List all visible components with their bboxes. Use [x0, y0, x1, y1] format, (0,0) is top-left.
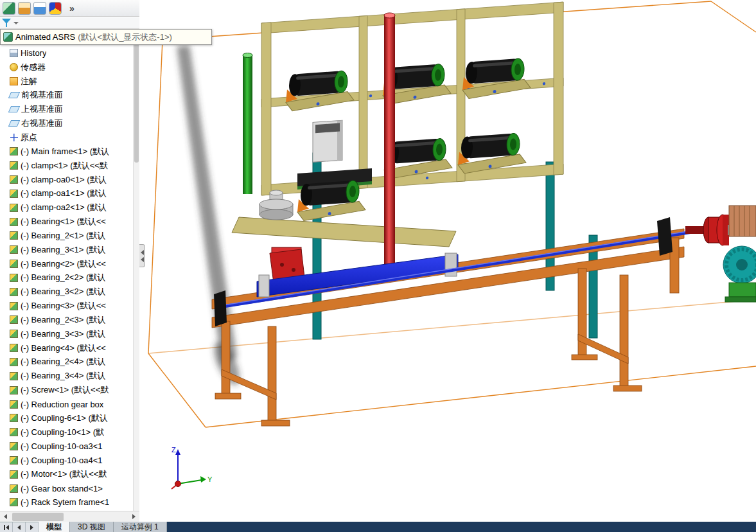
filter-funnel-icon[interactable]	[2, 19, 11, 27]
pillow-block[interactable]	[214, 290, 227, 326]
scroll-track[interactable]	[11, 511, 128, 522]
tree-item-label: (-) Bearing<4> (默认<<	[21, 342, 106, 354]
tree-item[interactable]: (-) Main frame<1> (默认	[0, 145, 133, 159]
carriage-plate[interactable]	[232, 217, 456, 247]
tab-scroll-right-button[interactable]	[26, 522, 39, 532]
tree-item-label: (-) Bearing_3<4> (默认	[21, 370, 105, 382]
assembly-root-config-suffix: (默认<默认_显示状态-1>)	[78, 31, 172, 43]
tree-item[interactable]: (-) Motor<1> (默认<<默	[0, 467, 133, 481]
component-icon	[10, 288, 18, 296]
tree-item-label: (-) Bearing_3<3> (默认	[21, 328, 105, 340]
featuremanager-icon[interactable]	[3, 2, 15, 15]
tree-item[interactable]: History	[0, 46, 133, 60]
annotations-icon	[10, 77, 18, 85]
tree-item[interactable]: 前视基准面	[0, 89, 133, 103]
tree-item[interactable]: (-) Screw<1> (默认<<默	[0, 383, 133, 397]
tree-item[interactable]: (-) Bearing_2<4> (默认	[0, 355, 133, 369]
component-icon	[10, 442, 18, 450]
component-icon	[10, 344, 18, 352]
component-icon	[10, 428, 18, 436]
sensor-icon	[10, 63, 18, 71]
tab-scroll-left-button[interactable]	[13, 522, 26, 532]
reduction-gear[interactable]	[723, 246, 756, 283]
tree-item-label: 上视基准面	[21, 103, 63, 115]
component-icon	[10, 147, 18, 155]
scroll-right-button[interactable]	[128, 511, 139, 522]
tree-horizontal-scrollbar[interactable]	[0, 511, 139, 522]
tree-item[interactable]: (-) clamp-oa1<1> (默认	[0, 186, 133, 200]
component-icon	[10, 245, 18, 254]
graphics-canvas[interactable]: Z Y	[139, 0, 756, 522]
component-icon	[10, 274, 18, 282]
tree-item[interactable]: (-) Gear box stand<1>	[0, 481, 133, 495]
assembly-icon	[3, 32, 13, 42]
scroll-thumb[interactable]	[12, 513, 64, 521]
tree-item[interactable]: (-) Bearing_2<1> (默认	[0, 229, 133, 243]
tree-item[interactable]: (-) Bearing_3<2> (默认	[0, 285, 133, 299]
displaymanager-icon[interactable]	[49, 2, 62, 15]
panel-tabs-overflow-button[interactable]: »	[69, 3, 75, 13]
tree-item[interactable]: (-) Bearing_3<4> (默认	[0, 369, 133, 383]
tree-item[interactable]: 上视基准面	[0, 102, 133, 116]
roller-spool[interactable]	[297, 180, 365, 221]
tree-item[interactable]: (-) Bearing_2<3> (默认	[0, 313, 133, 327]
tree-item-label: (-) Bearing_2<3> (默认	[21, 314, 105, 326]
tree-item[interactable]: 注解	[0, 75, 133, 89]
drive-assembly[interactable]	[685, 206, 756, 302]
red-mast[interactable]	[384, 13, 395, 280]
tree-item[interactable]: (-) Bearing<2> (默认<<	[0, 257, 133, 271]
tree-item[interactable]: (-) Bearing<1> (默认<<	[0, 215, 133, 229]
tree-item[interactable]: (-) Coupling-10-oa3<1	[0, 439, 133, 454]
tree-item[interactable]: 原点	[0, 130, 133, 145]
roller-spool[interactable]	[462, 58, 531, 99]
tree-item-label: (-) clamp-oa0<1> (默认	[21, 174, 107, 186]
scroll-left-button[interactable]	[0, 511, 11, 522]
green-mast[interactable]	[243, 53, 252, 195]
tree-item[interactable]: (-) Bearing_3<1> (默认	[0, 243, 133, 257]
triad-z-label: Z	[171, 446, 176, 454]
tree-item[interactable]: (-) Rack Sytem frame<1	[0, 495, 133, 510]
component-icon	[10, 161, 18, 170]
shaft-clamp[interactable]	[657, 217, 672, 256]
tree-item-label: 右视基准面	[21, 118, 63, 129]
tab-scroll-start-button[interactable]	[0, 522, 13, 532]
motion-study-tab-bar: 模型3D 视图运动算例 1	[0, 522, 756, 532]
tree-item[interactable]: (-) Bearing_2<2> (默认	[0, 271, 133, 285]
tab-运动算例 1[interactable]: 运动算例 1	[114, 522, 167, 532]
tree-item[interactable]: 右视基准面	[0, 116, 133, 130]
collapse-arrow-icon	[141, 250, 144, 255]
tree-vertical-scrollbar[interactable]	[133, 29, 139, 511]
tree-item[interactable]: (-) clamp<1> (默认<<默	[0, 159, 133, 173]
tab-3D 视图[interactable]: 3D 视图	[70, 522, 114, 532]
tree-item[interactable]: 传感器	[0, 60, 133, 75]
tree-item-label: (-) Coupling-6<1> (默认	[21, 412, 108, 424]
tab-模型[interactable]: 模型	[39, 522, 70, 532]
storage-rack[interactable]	[261, 2, 563, 224]
configurationmanager-icon[interactable]	[33, 2, 46, 15]
panel-tab-toolbar: »	[0, 0, 139, 17]
filter-dropdown-caret-icon[interactable]	[13, 22, 19, 24]
tree-item[interactable]: (-) clamp-oa0<1> (默认	[0, 173, 133, 187]
tree-vertical-scrollbar-thumb[interactable]	[134, 34, 139, 163]
component-icon	[10, 498, 18, 506]
tree-item-label: (-) Coupling-10<1> (默	[21, 427, 104, 438]
tree-item[interactable]: (-) Coupling-6<1> (默认	[0, 411, 133, 425]
tree-item[interactable]: (-) Bearing<4> (默认<<	[0, 341, 133, 355]
storage-bin[interactable]	[313, 120, 342, 162]
gear-box-stand[interactable]	[725, 283, 756, 302]
component-icon	[10, 260, 18, 268]
assembly-root-item[interactable]: Animated ASRS (默认<默认_显示状态-1>)	[0, 29, 212, 45]
motor[interactable]	[729, 206, 756, 236]
tree-item[interactable]: (-) Bearing<3> (默认<<	[0, 299, 133, 313]
tree-item-label: (-) Coupling-10-oa4<1	[21, 456, 103, 465]
propertymanager-icon[interactable]	[18, 2, 31, 15]
tree-item[interactable]: (-) Reduction gear box	[0, 397, 133, 411]
roller-spool[interactable]	[286, 70, 354, 111]
panel-collapse-handle[interactable]	[139, 244, 145, 267]
tree-item[interactable]: (-) Bearing_3<3> (默认	[0, 327, 133, 341]
tree-item[interactable]: (-) Coupling-10<1> (默	[0, 425, 133, 439]
component-icon	[10, 190, 18, 198]
tree-item[interactable]: (-) clamp-oa2<1> (默认	[0, 200, 133, 215]
graphics-area[interactable]: Z Y	[139, 0, 756, 522]
tree-item[interactable]: (-) Coupling-10-oa4<1	[0, 453, 133, 467]
